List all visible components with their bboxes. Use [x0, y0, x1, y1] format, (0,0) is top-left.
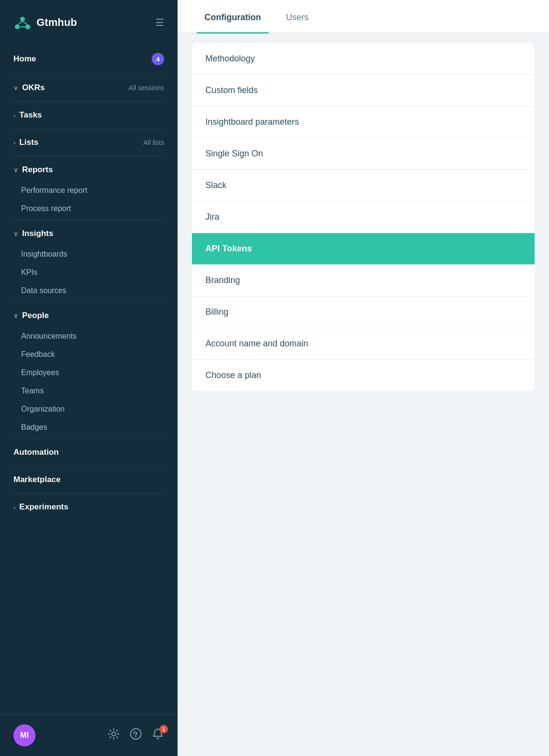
settings-icon[interactable] [107, 728, 120, 743]
sidebar-item-insights[interactable]: ∨ Insights [0, 222, 178, 245]
insights-label: Insights [22, 229, 53, 238]
home-label: Home [13, 54, 36, 64]
sidebar-footer: MI 1 [0, 714, 178, 756]
sidebar-item-experiments[interactable]: › Experiments [0, 496, 178, 519]
sidebar-item-reports[interactable]: ∨ Reports [0, 158, 178, 181]
divider-lists [13, 156, 164, 156]
config-item-choose-plan[interactable]: Choose a plan [192, 360, 535, 391]
automation-label: Automation [13, 448, 59, 457]
logo-area: Gtmhub [13, 13, 77, 32]
okrs-sub: All sessions [129, 84, 164, 92]
config-item-jira[interactable]: Jira [192, 201, 535, 233]
divider-automation [13, 466, 164, 466]
config-item-methodology[interactable]: Methodology [192, 43, 535, 75]
insights-chevron-icon: ∨ [13, 230, 18, 237]
lists-sub: All lists [143, 139, 164, 146]
experiments-label: Experiments [19, 502, 68, 512]
sidebar-item-badges[interactable]: Badges [0, 418, 178, 437]
config-item-account-name-domain[interactable]: Account name and domain [192, 328, 535, 360]
people-label: People [22, 311, 49, 320]
sidebar-item-employees[interactable]: Employees [0, 364, 178, 382]
logo-icon [13, 13, 32, 32]
config-item-branding[interactable]: Branding [192, 265, 535, 296]
config-item-slack[interactable]: Slack [192, 170, 535, 201]
user-avatar[interactable]: MI [13, 724, 36, 746]
svg-point-0 [21, 17, 24, 21]
experiments-chevron-icon: › [13, 504, 15, 511]
divider-marketplace [13, 493, 164, 494]
lists-chevron-icon: › [13, 139, 15, 146]
sidebar-item-performance-report[interactable]: Performance report [0, 181, 178, 200]
app-name: Gtmhub [36, 16, 77, 29]
footer-icons: 1 [107, 728, 164, 743]
okrs-label: OKRs [22, 83, 45, 93]
config-item-api-tokens[interactable]: API Tokens [192, 233, 535, 265]
svg-line-3 [17, 21, 23, 25]
hamburger-icon[interactable]: ☰ [155, 17, 164, 28]
tab-bar: Configuration Users [178, 0, 549, 34]
config-item-custom-fields[interactable]: Custom fields [192, 75, 535, 106]
sidebar-item-organization[interactable]: Organization [0, 400, 178, 418]
sidebar-item-lists[interactable]: › Lists All lists [0, 131, 178, 154]
people-chevron-icon: ∨ [13, 312, 18, 319]
config-item-single-sign-on[interactable]: Single Sign On [192, 138, 535, 170]
config-item-billing[interactable]: Billing [192, 296, 535, 328]
sidebar-item-data-sources[interactable]: Data sources [0, 282, 178, 300]
svg-point-8 [135, 736, 137, 737]
sidebar-item-tasks[interactable]: › Tasks [0, 104, 178, 127]
reports-chevron-icon: ∨ [13, 166, 18, 174]
sidebar-nav: Home 4 ∨ OKRs All sessions › Tasks › [0, 41, 178, 714]
sidebar-item-process-report[interactable]: Process report [0, 200, 178, 218]
sidebar-item-okrs[interactable]: ∨ OKRs All sessions [0, 76, 178, 99]
home-badge: 4 [152, 53, 164, 65]
okrs-chevron-icon: ∨ [13, 84, 18, 92]
sidebar-header: Gtmhub ☰ [0, 0, 178, 41]
reports-label: Reports [22, 165, 53, 175]
sidebar-item-feedback[interactable]: Feedback [0, 345, 178, 364]
lists-label: Lists [19, 138, 38, 147]
sidebar-item-automation[interactable]: Automation [0, 441, 178, 464]
sidebar-item-insightboards[interactable]: Insightboards [0, 245, 178, 263]
config-list: Methodology Custom fields Insightboard p… [178, 34, 549, 401]
divider-reports [13, 220, 164, 220]
sidebar-item-teams[interactable]: Teams [0, 382, 178, 400]
help-icon[interactable] [130, 728, 142, 743]
tasks-chevron-icon: › [13, 112, 15, 119]
tasks-label: Tasks [19, 110, 42, 120]
main-content: Configuration Users Methodology Custom f… [178, 0, 549, 756]
svg-point-6 [112, 732, 116, 736]
sidebar-item-announcements[interactable]: Announcements [0, 327, 178, 345]
notification-icon[interactable]: 1 [152, 728, 164, 743]
tab-users[interactable]: Users [278, 1, 316, 34]
sidebar: Gtmhub ☰ Home 4 ∨ OKRs All sessions › Ta… [0, 0, 178, 756]
sidebar-item-kpis[interactable]: KPIs [0, 263, 178, 282]
tab-configuration[interactable]: Configuration [197, 1, 269, 34]
divider-people [13, 438, 164, 439]
divider-insights [13, 302, 164, 302]
sidebar-item-home[interactable]: Home 4 [0, 46, 178, 72]
divider-tasks [13, 129, 164, 129]
config-item-insightboard-parameters[interactable]: Insightboard parameters [192, 106, 535, 138]
sidebar-item-marketplace[interactable]: Marketplace [0, 468, 178, 491]
divider-home [13, 74, 164, 74]
divider-okrs [13, 101, 164, 102]
notification-badge: 1 [159, 725, 168, 733]
marketplace-label: Marketplace [13, 475, 60, 484]
svg-line-4 [23, 21, 28, 25]
sidebar-item-people[interactable]: ∨ People [0, 304, 178, 327]
